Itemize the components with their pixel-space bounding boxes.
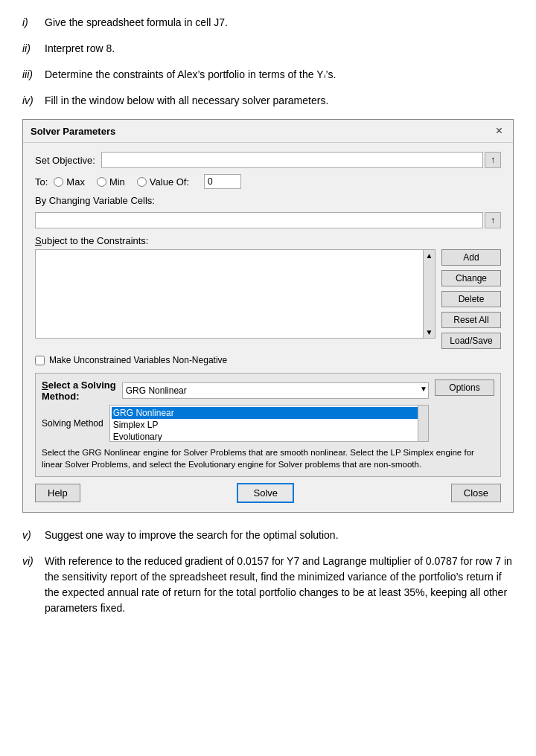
constraints-buttons: Add Change Delete Reset All Load/Save	[441, 249, 501, 349]
max-radio-item[interactable]: Max	[54, 176, 85, 188]
set-objective-row: Set Objective: ↑	[35, 152, 501, 168]
dialog-footer: Help Solve Close	[35, 483, 501, 503]
solving-top: Select a SolvingMethod: GRG Nonlinear Si…	[42, 379, 494, 442]
min-label: Min	[109, 176, 125, 188]
set-objective-input[interactable]	[101, 152, 483, 168]
question-v: v) Suggest one way to improve the search…	[22, 528, 514, 543]
add-button[interactable]: Add	[441, 249, 501, 266]
select-method-label: Select a SolvingMethod:	[42, 379, 116, 402]
footer-center: Solve	[80, 483, 451, 503]
subject-label: Subject to the Constraints:	[35, 235, 148, 246]
question-ii: ii) Interpret row 8.	[22, 41, 514, 57]
unconstrained-row: Make Unconstrained Variables Non-Negativ…	[35, 355, 501, 365]
change-button[interactable]: Change	[441, 270, 501, 286]
question-vi: vi) With reference to the reduced gradie…	[22, 554, 514, 616]
value-of-label: Value Of:	[150, 176, 189, 188]
solving-section: Select a SolvingMethod: GRG Nonlinear Si…	[35, 373, 501, 477]
changing-cells-input[interactable]	[35, 212, 483, 228]
method-simplex-lp[interactable]: Simplex LP	[112, 419, 427, 431]
value-of-radio[interactable]	[137, 177, 147, 187]
to-label: To:	[35, 176, 48, 188]
to-row: To: Max Min Value Of:	[35, 174, 501, 189]
changing-cells-collapse-btn[interactable]: ↑	[485, 212, 501, 228]
changing-cells-row: By Changing Variable Cells:	[35, 195, 501, 206]
scroll-down-arrow[interactable]: ▼	[426, 328, 433, 336]
changing-cells-label: By Changing Variable Cells:	[35, 195, 155, 206]
constraints-list: ▲ ▼	[35, 249, 436, 339]
method-evolutionary[interactable]: Evolutionary	[112, 431, 427, 442]
max-label: Max	[66, 176, 85, 188]
footer-left: Help	[35, 484, 80, 502]
question-iii: iii) Determine the constraints of Alex’s…	[22, 67, 514, 83]
close-dialog-button[interactable]: Close	[451, 484, 501, 502]
delete-button[interactable]: Delete	[441, 291, 501, 307]
scroll-up-arrow[interactable]: ▲	[426, 252, 433, 260]
options-button[interactable]: Options	[435, 379, 494, 396]
bottom-questions: v) Suggest one way to improve the search…	[22, 528, 514, 616]
solve-button[interactable]: Solve	[237, 483, 294, 503]
dialog-title: Solver Parameters	[31, 126, 115, 137]
objective-radio-group: Max Min Value Of:	[54, 174, 241, 189]
help-button[interactable]: Help	[35, 484, 80, 502]
max-radio[interactable]	[54, 177, 63, 187]
set-objective-label: Set Objective:	[35, 155, 95, 166]
subject-label-row: Subject to the Constraints:	[35, 234, 501, 246]
min-radio[interactable]	[97, 177, 106, 187]
solving-method-list: GRG Nonlinear Simplex LP Evolutionary	[109, 405, 429, 442]
solving-left: Select a SolvingMethod: GRG Nonlinear Si…	[42, 379, 429, 442]
load-save-button[interactable]: Load/Save	[441, 333, 501, 349]
unconstrained-label: Make Unconstrained Variables Non-Negativ…	[49, 355, 227, 365]
question-i: i) Give the spreadsheet formula in cell …	[22, 15, 514, 31]
question-iv: iv) Fill in the window below with all ne…	[22, 93, 514, 109]
value-of-radio-item[interactable]: Value Of:	[137, 176, 189, 188]
min-radio-item[interactable]: Min	[97, 176, 125, 188]
solving-method-label: Solving Method	[42, 418, 103, 429]
set-objective-collapse-btn[interactable]: ↑	[485, 152, 501, 168]
value-of-input[interactable]	[204, 174, 241, 189]
constraints-area: ▲ ▼ Add Change Delete Reset All Load/Sav…	[35, 249, 501, 349]
unconstrained-checkbox[interactable]	[35, 356, 45, 365]
method-grg-nonlinear[interactable]: GRG Nonlinear	[112, 407, 427, 419]
constraints-scrollbar[interactable]: ▲ ▼	[423, 250, 435, 338]
dialog-close-button[interactable]: ×	[493, 124, 505, 138]
solving-method-select[interactable]: GRG Nonlinear Simplex LP Evolutionary	[122, 382, 429, 399]
solver-dialog: Solver Parameters × Set Objective: ↑ To:…	[22, 119, 514, 513]
solving-description: Select the GRG Nonlinear engine for Solv…	[42, 446, 494, 470]
solving-method-row: Solving Method GRG Nonlinear Simplex LP …	[42, 405, 429, 442]
solving-select-wrap: GRG Nonlinear Simplex LP Evolutionary ▼	[122, 382, 429, 399]
solver-title-bar: Solver Parameters ×	[23, 120, 513, 143]
changing-cells-input-row: ↑	[35, 212, 501, 228]
solving-label-row: Select a SolvingMethod: GRG Nonlinear Si…	[42, 379, 429, 402]
method-scrollbar[interactable]	[418, 406, 428, 441]
footer-right: Close	[451, 484, 501, 502]
reset-all-button[interactable]: Reset All	[441, 312, 501, 328]
